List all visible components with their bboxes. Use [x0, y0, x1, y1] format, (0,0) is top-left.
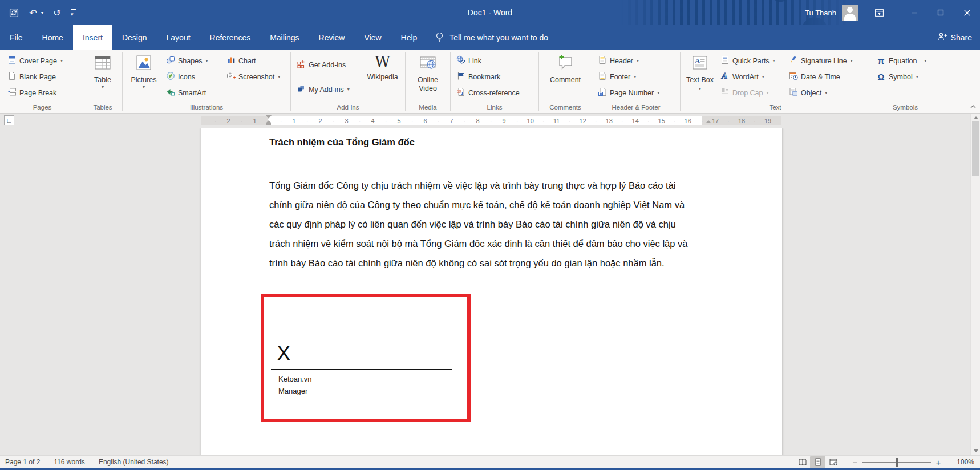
- ribbon-group-media: Online Video Media: [406, 50, 449, 113]
- tell-me-box[interactable]: Tell me what you want to do: [427, 25, 556, 50]
- tab-view[interactable]: View: [354, 25, 391, 50]
- read-mode-button[interactable]: [795, 456, 810, 468]
- print-layout-button[interactable]: [810, 456, 825, 468]
- title-bar: ↶ ▾ ↺ Doc1 - Word Tu Thanh: [0, 0, 980, 25]
- get-addins-button[interactable]: Get Add-ins: [294, 57, 362, 72]
- comment-button[interactable]: Comment: [545, 52, 586, 84]
- date-time-button[interactable]: Date & Time: [786, 69, 867, 84]
- tab-design[interactable]: Design: [112, 25, 157, 50]
- zoom-slider[interactable]: [862, 456, 931, 468]
- ribbon-group-addins: Get Add-ins My Add-ins▾ W Wikipedia Add-…: [291, 50, 404, 113]
- cover-page-button[interactable]: Cover Page▾: [5, 53, 66, 68]
- footer-button[interactable]: Footer▾: [595, 69, 662, 84]
- tab-insert[interactable]: Insert: [73, 25, 112, 50]
- collapse-ribbon-icon[interactable]: [970, 101, 977, 111]
- tab-home[interactable]: Home: [33, 25, 73, 50]
- header-button[interactable]: Header▾: [595, 53, 662, 68]
- undo-dropdown-caret[interactable]: ▾: [41, 10, 43, 15]
- pictures-button[interactable]: Pictures ▾: [125, 52, 162, 90]
- dropdown-caret: ▾: [825, 90, 827, 95]
- ribbon-group-header-footer: Header▾ Footer▾ Page Number▾ Header & Fo…: [593, 50, 679, 113]
- page-break-button[interactable]: Page Break: [5, 85, 66, 100]
- blank-page-button[interactable]: Blank Page: [5, 69, 66, 84]
- my-addins-button[interactable]: My Add-ins▾: [294, 82, 362, 97]
- word-count[interactable]: 116 words: [54, 458, 84, 466]
- bookmark-button[interactable]: Bookmark: [453, 69, 523, 84]
- minimize-button[interactable]: [901, 0, 928, 25]
- document-page[interactable]: Trách nhiệm của Tổng Giám đốc Tổng Giám …: [201, 128, 782, 455]
- tab-mailings[interactable]: Mailings: [260, 25, 309, 50]
- language-indicator[interactable]: English (United States): [99, 458, 169, 466]
- svg-text:A: A: [721, 71, 727, 80]
- avatar[interactable]: [842, 5, 858, 21]
- smartart-button[interactable]: SmartArt: [163, 85, 222, 100]
- document-area: Trách nhiệm của Tổng Giám đốc Tổng Giám …: [0, 128, 970, 455]
- shapes-button[interactable]: Shapes▾: [163, 53, 222, 68]
- save-icon[interactable]: [8, 7, 19, 18]
- symbol-icon: Ω: [876, 72, 886, 82]
- share-button[interactable]: Share: [938, 25, 972, 50]
- tab-help[interactable]: Help: [391, 25, 427, 50]
- dropdown-caret: ▾: [347, 87, 350, 92]
- scroll-down-icon[interactable]: [974, 449, 978, 452]
- cross-reference-icon: [456, 87, 465, 98]
- quick-parts-button[interactable]: Quick Parts▾: [718, 53, 785, 68]
- zoom-out-icon[interactable]: −: [849, 457, 861, 467]
- vertical-scrollbar[interactable]: [970, 114, 980, 455]
- page-number-button[interactable]: Page Number▾: [595, 85, 662, 100]
- maximize-button[interactable]: [928, 0, 954, 25]
- dropdown-caret: ▾: [767, 90, 769, 95]
- wordart-button[interactable]: A WordArt▾: [718, 69, 785, 84]
- first-line-indent-marker[interactable]: [266, 115, 272, 119]
- left-indent-marker[interactable]: [266, 123, 271, 125]
- drop-cap-icon: [720, 87, 730, 98]
- tab-review[interactable]: Review: [309, 25, 355, 50]
- online-video-button[interactable]: Online Video: [410, 52, 446, 93]
- ribbon-tab-bar: File Home Insert Design Layout Reference…: [0, 25, 980, 50]
- ribbon-group-illustrations: Pictures ▾ Shapes▾ Icons SmartArt: [123, 50, 290, 113]
- icons-button[interactable]: Icons: [163, 69, 222, 84]
- equation-button[interactable]: π Equation▾: [873, 53, 929, 68]
- zoom-slider-thumb[interactable]: [896, 458, 898, 467]
- chart-icon: [226, 55, 236, 66]
- close-button[interactable]: [954, 0, 980, 25]
- cross-reference-button[interactable]: Cross-reference: [453, 85, 523, 100]
- signature-line-object[interactable]: X Ketoan.vn Manager: [261, 294, 471, 422]
- undo-icon[interactable]: ↶: [27, 7, 39, 18]
- horizontal-ruler[interactable]: 21 12345678910111213141516 171819: [201, 116, 781, 125]
- chart-button[interactable]: Chart: [224, 53, 287, 68]
- ribbon-display-options-icon[interactable]: [866, 0, 892, 25]
- blank-page-icon: [7, 71, 17, 82]
- scroll-up-icon[interactable]: [974, 116, 978, 119]
- account-name[interactable]: Tu Thanh: [805, 9, 836, 17]
- customize-qat-icon[interactable]: [71, 9, 74, 17]
- tab-references[interactable]: References: [200, 25, 261, 50]
- tab-file[interactable]: File: [0, 25, 33, 50]
- redo-icon[interactable]: ↺: [51, 7, 63, 18]
- scrollbar-thumb[interactable]: [972, 121, 979, 176]
- right-indent-marker[interactable]: [706, 120, 711, 123]
- header-icon: [598, 55, 607, 66]
- page-indicator[interactable]: Page 1 of 2: [5, 458, 40, 466]
- text-box-button[interactable]: A Text Box▾: [683, 52, 716, 93]
- ruler-row: ∟ 21 12345678910111213141516 171819: [0, 114, 980, 128]
- zoom-in-icon[interactable]: +: [932, 457, 945, 467]
- icons-icon: [166, 71, 175, 82]
- signature-line-button[interactable]: Signature Line▾: [786, 53, 867, 68]
- web-layout-button[interactable]: [825, 456, 841, 468]
- tab-stop-selector[interactable]: ∟: [4, 115, 14, 125]
- screenshot-icon: [226, 71, 236, 82]
- page-break-icon: [7, 87, 17, 98]
- link-icon: [456, 55, 465, 66]
- comment-icon: [556, 54, 574, 74]
- tab-layout[interactable]: Layout: [157, 25, 200, 50]
- table-button[interactable]: Table ▾: [86, 52, 119, 90]
- link-button[interactable]: Link: [453, 53, 523, 68]
- symbol-button[interactable]: Ω Symbol▾: [873, 69, 929, 84]
- screenshot-button[interactable]: Screenshot▾: [224, 69, 287, 84]
- wikipedia-button[interactable]: W Wikipedia: [363, 52, 402, 82]
- zoom-percentage[interactable]: 100%: [951, 458, 974, 466]
- equation-icon: π: [876, 56, 886, 66]
- object-button[interactable]: Object▾: [786, 85, 867, 100]
- ruler-text-area: 12345678910111213141516: [268, 116, 702, 125]
